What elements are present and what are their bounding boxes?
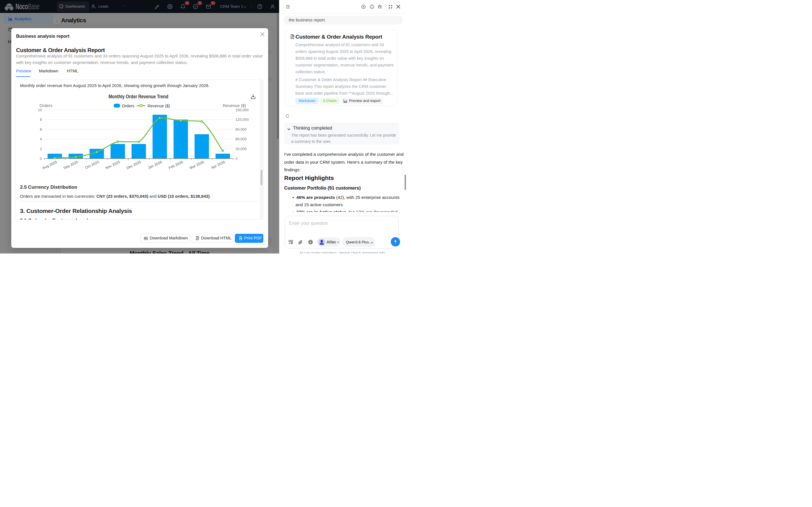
svg-text:Dec 2025: Dec 2025 xyxy=(126,160,142,170)
svg-text:Sep 2025: Sep 2025 xyxy=(63,160,79,170)
svg-text:2: 2 xyxy=(40,147,42,151)
svg-text:Orders: Orders xyxy=(40,103,52,108)
svg-text:Revenue ($): Revenue ($) xyxy=(147,104,170,108)
svg-text:120,000: 120,000 xyxy=(236,117,249,122)
svg-text:Orders: Orders xyxy=(122,104,134,108)
svg-text:Nov 2025: Nov 2025 xyxy=(105,160,121,170)
svg-text:Aug 2025: Aug 2025 xyxy=(42,160,58,170)
svg-text:Revenue ($): Revenue ($) xyxy=(223,103,246,108)
svg-text:Mar 2026: Mar 2026 xyxy=(189,160,205,170)
svg-text:Monthly Order Revenue Trend: Monthly Order Revenue Trend xyxy=(109,94,168,100)
svg-text:60,000: 60,000 xyxy=(236,137,247,141)
svg-text:Oct 2025: Oct 2025 xyxy=(84,160,100,170)
svg-text:30,000: 30,000 xyxy=(236,147,247,151)
svg-text:0: 0 xyxy=(236,157,238,161)
svg-text:90,000: 90,000 xyxy=(236,127,247,131)
svg-text:0: 0 xyxy=(40,157,42,161)
svg-text:6: 6 xyxy=(40,127,42,131)
svg-text:10: 10 xyxy=(38,108,42,112)
svg-text:Apr 2026: Apr 2026 xyxy=(210,160,225,170)
svg-text:150,000: 150,000 xyxy=(236,108,249,112)
svg-text:Jan 2026: Jan 2026 xyxy=(147,160,163,170)
svg-text:8: 8 xyxy=(40,117,42,122)
svg-text:Feb 2026: Feb 2026 xyxy=(168,160,184,170)
svg-text:4: 4 xyxy=(40,137,42,141)
